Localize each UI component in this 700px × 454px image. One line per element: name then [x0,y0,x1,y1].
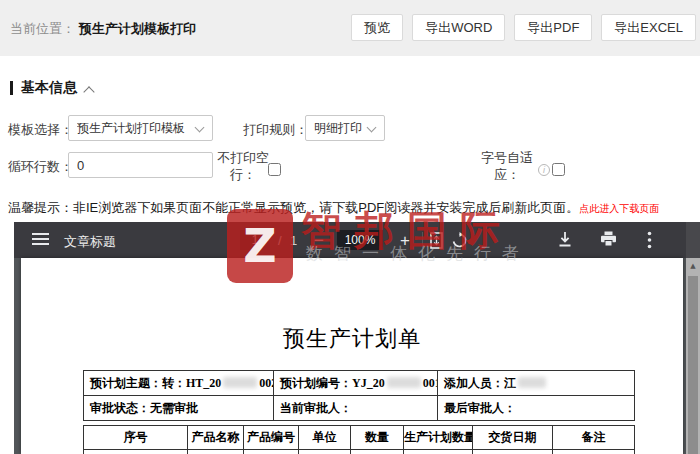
font-autofit-label: 字号自适应： [478,149,536,183]
loop-count-input[interactable] [68,152,213,178]
download-icon[interactable] [558,231,572,252]
scrollbar-thumb[interactable] [688,276,698,454]
skip-empty-rows-checkbox[interactable] [268,163,281,176]
empty-cell [244,450,299,454]
table-header-row: 序号 产品名称 产品编号 单位 数量 生产计划数量 交货日期 备注 [84,426,635,450]
fit-page-icon[interactable] [430,232,443,253]
zoom-level-input[interactable]: 100% [337,230,383,250]
header-cell: 单位 [299,426,351,450]
section-title: 基本信息 [21,79,77,97]
notice-line: 温馨提示：非IE浏览器下如果页面不能正常显示预览，请下载PDF阅读器并安装完成后… [8,199,659,217]
notice-prefix: 温馨提示： [8,200,73,215]
empty-cell [473,450,553,454]
info-text: 添加人员：江 [444,376,516,390]
redacted-text [223,377,257,388]
notice-text: 非IE浏览器下如果页面不能正常显示预览，请下载PDF阅读器并安装完成后刷新此页面… [73,200,579,215]
menu-icon[interactable] [32,233,49,248]
export-excel-button[interactable]: 导出EXCEL [601,14,696,41]
empty-cell [188,450,244,454]
table-row: 审批状态：无需审批 当前审批人： 最后审批人： [84,396,635,421]
scrollbar-cap [686,222,700,258]
info-text: 预计划编号：YJ_20 [280,376,385,390]
redacted-text [518,377,546,388]
zoom-out-button[interactable]: − [314,231,324,251]
chevron-down-icon [196,124,204,132]
template-select-value: 预生产计划打印模板 [77,120,196,137]
export-pdf-button[interactable]: 导出PDF [514,14,592,41]
print-icon[interactable] [600,231,617,251]
template-select-label: 模板选择： [8,121,73,139]
info-text: 002 [259,376,273,390]
info-cell-approval-status: 审批状态：无需审批 [84,396,274,421]
info-text: 001 [423,376,438,390]
toolbar-divider [422,232,423,248]
section-basic-info[interactable]: 基本信息 [10,79,94,97]
print-rule-label: 打印规则： [243,121,308,139]
info-cell-plan-no: 预计划编号：YJ_20001 [274,371,438,396]
preview-button[interactable]: 预览 [351,14,403,41]
header-cell: 数量 [351,426,404,450]
viewer-scrollbar[interactable]: ▲ [686,222,700,454]
top-bar: 当前位置：预生产计划模板打印 预览 导出WORD 导出PDF 导出EXCEL [0,0,700,56]
more-options-icon[interactable] [647,231,652,253]
empty-cell [553,450,635,454]
template-select[interactable]: 预生产计划打印模板 [68,115,213,141]
document-info-table: 预计划主题：转：HT_20002 预计划编号：YJ_20001 添加人员：江 审… [83,370,635,421]
document-items-table: 序号 产品名称 产品编号 单位 数量 生产计划数量 交货日期 备注 [83,425,635,454]
info-cell-current-approver: 当前审批人： [274,396,438,421]
info-cell-creator: 添加人员：江 [438,371,635,396]
pdf-viewer: 文章标题 1 / 1 − 100% + [14,222,700,454]
action-buttons: 预览 导出WORD 导出PDF 导出EXCEL [351,14,696,41]
pdf-doc-title: 文章标题 [64,233,116,251]
header-cell: 备注 [553,426,635,450]
document-title: 预生产计划单 [21,324,683,354]
download-page-link[interactable]: 点此进入下载页面 [579,203,659,214]
print-rule-value: 明细打印 [314,120,368,137]
info-text: 预计划主题：转：HT_20 [90,376,221,390]
header-cell: 序号 [84,426,188,450]
zoom-in-button[interactable]: + [400,231,410,251]
empty-cell [299,450,351,454]
info-cell-last-approver: 最后审批人： [438,396,635,421]
chevron-down-icon [368,124,376,132]
header-cell: 产品编号 [244,426,299,450]
info-icon[interactable]: i [538,164,550,176]
empty-cell [351,450,404,454]
breadcrumb-label: 当前位置： [10,21,75,36]
section-accent-bar [10,81,13,95]
collapse-icon[interactable] [85,86,94,95]
header-cell: 产品名称 [188,426,244,450]
rotate-icon[interactable] [451,232,468,253]
scroll-up-icon[interactable]: ▲ [686,262,700,270]
table-empty-row [84,450,635,454]
pdf-page: 预生产计划单 预计划主题：转：HT_20002 预计划编号：YJ_20001 添… [21,258,683,454]
empty-cell [84,450,188,454]
table-row: 预计划主题：转：HT_20002 预计划编号：YJ_20001 添加人员：江 [84,371,635,396]
print-rule-select[interactable]: 明细打印 [305,115,385,141]
loop-count-label: 循环行数： [8,158,73,176]
page-title: 预生产计划模板打印 [79,21,196,36]
export-word-button[interactable]: 导出WORD [412,14,505,41]
breadcrumb: 当前位置：预生产计划模板打印 [10,20,196,38]
skip-empty-rows-label: 不打印空行： [215,149,271,183]
redacted-text [387,377,421,388]
header-cell: 交货日期 [473,426,553,450]
empty-cell [404,450,473,454]
info-cell-topic: 预计划主题：转：HT_20002 [84,371,274,396]
page-number-input[interactable]: 1 [240,230,270,250]
page-separator: / [278,233,282,248]
page-total: 1 [290,233,297,248]
font-autofit-checkbox[interactable] [552,163,565,176]
header-cell: 生产计划数量 [404,426,473,450]
pdf-toolbar: 文章标题 1 / 1 − 100% + [14,222,686,258]
page: 当前位置：预生产计划模板打印 预览 导出WORD 导出PDF 导出EXCEL 基… [0,0,700,454]
